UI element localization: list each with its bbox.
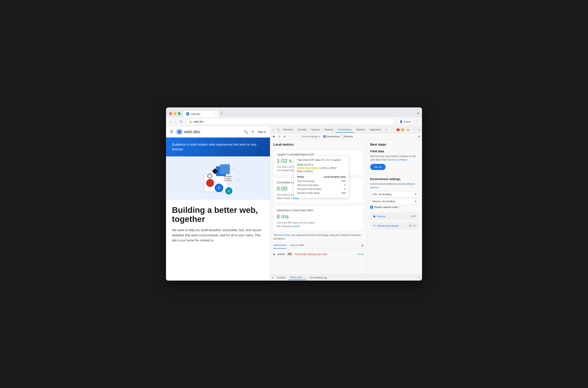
tab-elements[interactable]: Elements (281, 127, 295, 133)
field-data-section: Field data See how your local metrics co… (370, 149, 419, 170)
tab-bar: w web.dev × + (183, 110, 415, 117)
memory-check[interactable] (341, 135, 343, 138)
tab-memory[interactable]: Memory (354, 127, 367, 133)
tab-performance[interactable]: Performance (335, 127, 354, 133)
logo-icon (176, 129, 182, 135)
record-section: Record ⌘ E (370, 213, 419, 220)
cpu-throttle-select[interactable]: CPU: No throttling (370, 192, 419, 197)
inp-value: 8 ms (277, 214, 360, 220)
phase-row: Time to first byte 456 (297, 179, 346, 183)
bottom-close-button[interactable]: × (419, 276, 420, 279)
traffic-light-green[interactable] (178, 112, 180, 115)
rating-poor: Poor (>4.00 s) (297, 170, 346, 173)
disable-cache-checkbox[interactable] (370, 206, 373, 209)
more-tabs-button[interactable]: » (383, 127, 389, 133)
tab-console[interactable]: Console (295, 127, 309, 133)
svg-rect-15 (224, 178, 231, 179)
disable-cache-row: Disable network cache ? (370, 206, 419, 209)
bottom-tab-whats-new[interactable]: What's new × (288, 275, 306, 280)
devtools-sidebar: Next steps Field data See how your local… (367, 140, 422, 274)
expand-arrow-icon[interactable]: ▶ (273, 253, 275, 256)
phase-header: Phase (297, 175, 323, 179)
active-tab[interactable]: w web.dev × (183, 111, 218, 117)
recording-placeholder: (no recordings) (302, 135, 318, 138)
local-metrics-title: Local metrics (273, 143, 364, 146)
env-desc: Use the device toolbar to simulate diffe… (370, 182, 419, 189)
illustration-svg: ✓ ✓ (188, 158, 248, 198)
record-shortcut: ⌘ E (411, 215, 416, 218)
dropdown-icon: ▾ (319, 135, 320, 138)
phase-row: Resource load duration 0 (297, 187, 346, 191)
theme-toggle-icon[interactable]: ☀ (251, 130, 255, 134)
tooltip-ratings: Good (≤2.50 s) Needs improvement (2.50 s… (297, 163, 346, 173)
help-icon[interactable]: ? (399, 206, 400, 208)
tab-network[interactable]: Network (322, 127, 335, 133)
main-content: ☰ web.dev 🔍 ☀ Sign in Guidance to build … (166, 126, 422, 281)
setup-button[interactable]: Set up (370, 164, 385, 170)
device-toolbar-button[interactable]: ☐ (276, 127, 281, 132)
upload-button[interactable]: ↑ (291, 135, 294, 138)
traffic-light-red[interactable] (169, 112, 172, 115)
lcp-tooltip: Your local LCP value of 1.02 s is good. … (294, 155, 349, 198)
tab-close-button[interactable]: × (214, 112, 215, 116)
phase-value: 0 (323, 187, 346, 191)
svg-rect-14 (224, 176, 232, 177)
bottom-tab-ai-assistance[interactable]: AI assistance 🤖 (308, 275, 328, 280)
interactions-tab[interactable]: Interactions (273, 243, 286, 248)
phase-value: 456 (323, 179, 346, 183)
chrome-ux-link[interactable]: Chrome UX Report (387, 158, 407, 161)
inp-pointer-link[interactable]: pointer (293, 225, 300, 228)
tooltip-lcp-value: 1.02 s (324, 158, 331, 161)
inspect-element-button[interactable]: ⬚ (271, 127, 276, 132)
refresh-button[interactable]: ↻ (179, 119, 183, 124)
error-badge: 2 (396, 128, 400, 131)
memory-checkbox[interactable]: Memory (341, 135, 353, 138)
address-bar[interactable]: 🔒 web.dev (186, 119, 394, 124)
new-tab-button[interactable]: + (219, 110, 255, 117)
browser-window: w web.dev × + ▾ ‹ › ↻ 🔒 web.dev 👤 Guest … (166, 107, 422, 281)
guest-button[interactable]: 👤 Guest (397, 119, 414, 124)
forward-button[interactable]: › (174, 119, 177, 124)
reload-record-button[interactable]: ↻ (278, 135, 281, 138)
back-button[interactable]: ‹ (169, 119, 172, 124)
inp-badge: INP (287, 253, 293, 256)
download-button[interactable]: ↓ (296, 135, 299, 138)
screenshots-checkbox[interactable]: Screenshots (323, 135, 340, 138)
devtools-more-button[interactable]: ⋮ (411, 127, 416, 132)
person-icon: 👤 (400, 120, 403, 123)
network-throttle-select[interactable]: Network: No throttling (370, 199, 419, 204)
simulate-devices-link[interactable]: simulate different devices (370, 183, 415, 189)
record-reload-button[interactable]: ↻ Record and reload (373, 224, 398, 227)
inp-highlight: 8 ms (301, 221, 306, 224)
bottom-menu-button[interactable]: ≡ (272, 276, 273, 279)
bottom-tab-console[interactable]: Console (275, 275, 287, 280)
filter-icon[interactable]: ⊘ (361, 243, 364, 248)
hamburger-menu-icon[interactable]: ☰ (170, 130, 173, 134)
tooltip-main-text: Your local LCP value of 1.02 s is good. (297, 158, 346, 161)
hero-illustration: ✓ ✓ (166, 156, 270, 200)
screenshots-check[interactable] (323, 135, 326, 138)
record-button[interactable]: ⏺ (272, 135, 276, 138)
browser-menu-button[interactable]: ⋮ (415, 120, 419, 124)
whats-new-close-icon[interactable]: × (304, 276, 305, 279)
reload-shortcut: ⌘ ⇧ E (409, 224, 416, 227)
clear-button[interactable]: ⊗ (283, 135, 286, 138)
signin-button[interactable]: Sign in (257, 130, 266, 133)
devtools-actions: 2 2 ⚙ ⋮ × (396, 127, 421, 132)
environment-settings-section: Environment settings Use the device tool… (370, 177, 419, 209)
interaction-type: pointer (277, 253, 285, 256)
record-action-button[interactable]: Record (373, 215, 385, 218)
devtools-settings-button[interactable]: ⚙ (406, 127, 410, 132)
recording-select[interactable]: (no recordings) ▾ (300, 135, 322, 139)
tab-sources[interactable]: Sources (309, 127, 322, 133)
tab-application[interactable]: Application (367, 127, 383, 133)
traffic-light-yellow[interactable] (174, 112, 176, 115)
performance-settings-button[interactable]: ⚙ (418, 135, 420, 138)
layout-shifts-tab[interactable]: Layout shifts (290, 243, 304, 248)
phase-value: 0 (323, 183, 346, 187)
devtools-bottom-bar: ≡ Console What's new × AI assistance 🤖 × (270, 274, 422, 281)
devtools-close-button[interactable]: × (417, 127, 421, 132)
local-metrics-link[interactable]: local metrics (278, 234, 291, 237)
search-icon[interactable]: 🔍 (244, 130, 248, 134)
tab-menu-button[interactable]: ▾ (417, 112, 419, 115)
